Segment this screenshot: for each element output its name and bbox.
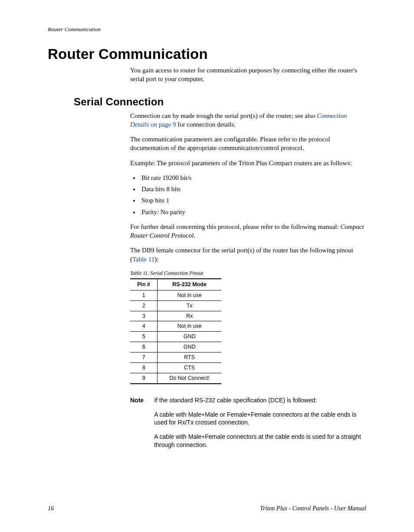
td-pin: 2 [130, 300, 158, 311]
td-pin: 1 [130, 290, 158, 300]
xref-table-11[interactable]: Table 11 [132, 256, 154, 263]
section-intro: You gain access to router for communicat… [130, 66, 366, 84]
td-pin: 8 [130, 362, 158, 373]
section-title: Router Communication [48, 46, 366, 62]
p1-pre: Connection can by made trough the serial… [130, 112, 317, 119]
pinout-table: Pin # RS-232 Mode 1Not in use 2Tx 3Rx 4N… [130, 278, 221, 384]
subsection-body: Connection can by made trough the serial… [130, 111, 366, 384]
p5-pre: The DB9 female connector for the serial … [130, 247, 353, 262]
section-intro-block: You gain access to router for communicat… [130, 66, 366, 84]
running-head: Router Communication [48, 26, 366, 33]
table-row: 4Not in use [130, 321, 221, 332]
table-row: 6GND [130, 342, 221, 352]
note-text: If the standard RS-232 cable specificati… [154, 396, 366, 455]
p-manual-ref: For further detail concerning this proto… [130, 222, 366, 240]
p4-post: . [194, 232, 195, 239]
td-mode: Not in use [158, 321, 221, 332]
th-mode: RS-232 Mode [158, 279, 221, 290]
p1-post: for connection details. [176, 121, 235, 128]
td-pin: 4 [130, 321, 158, 332]
td-mode: GND [158, 332, 221, 342]
table-head-row: Pin # RS-232 Mode [130, 279, 221, 290]
xref-tail: on page 9 [149, 121, 176, 128]
table-row: 1Not in use [130, 290, 221, 300]
subsection-title: Serial Connection [74, 96, 366, 108]
note-block: Note If the standard RS-232 cable specif… [130, 396, 366, 455]
td-mode: Rx [158, 311, 221, 321]
td-mode: Not in use [158, 290, 221, 300]
td-mode: GND [158, 342, 221, 352]
table-row: 8CTS [130, 362, 221, 373]
note-p2: A cable with Male+Male or Female+Female … [154, 411, 366, 427]
table-row: 9Do Not Connect! [130, 373, 221, 383]
list-item: Stop bits 1 [140, 196, 366, 205]
td-pin: 3 [130, 311, 158, 321]
td-pin: 5 [130, 332, 158, 342]
th-pin: Pin # [130, 279, 158, 290]
table-row: 5GND [130, 332, 221, 342]
p-example: Example: The protocol parameters of the … [130, 159, 366, 167]
p4-pre: For further detail concerning this proto… [130, 223, 340, 230]
p5-post: ): [154, 256, 158, 263]
params-list: Bit rate 19200 bit/s Data bits 8 bits St… [130, 173, 366, 216]
p-connection: Connection can by made trough the serial… [130, 111, 366, 129]
page-number: 16 [48, 505, 54, 512]
table-row: 7RTS [130, 352, 221, 363]
note-p3: A cable with Male+Female connectors at t… [154, 433, 366, 449]
td-mode: RTS [158, 352, 221, 363]
td-pin: 9 [130, 373, 158, 383]
td-mode: Tx [158, 300, 221, 311]
p-params: The communication parameters are configu… [130, 135, 366, 153]
table-row: 3Rx [130, 311, 221, 321]
note-label: Note [130, 396, 144, 455]
list-item: Bit rate 19200 bit/s [140, 173, 366, 182]
table-row: 2Tx [130, 300, 221, 311]
table-caption: Table 11. Serial Connection Pinout [130, 270, 366, 277]
td-mode: Do Not Connect! [158, 373, 221, 383]
list-item: Data bits 8 bits [140, 185, 366, 193]
list-item: Parity: No parity [140, 208, 366, 216]
note-p1: If the standard RS-232 cable specificati… [154, 396, 366, 405]
td-pin: 7 [130, 352, 158, 363]
doc-title: Triton Plus - Control Panels - User Manu… [260, 505, 366, 512]
td-mode: CTS [158, 362, 221, 373]
td-pin: 6 [130, 342, 158, 352]
page-footer: 16 Triton Plus - Control Panels - User M… [48, 505, 366, 512]
p-pinout-intro: The DB9 female connector for the serial … [130, 246, 366, 264]
